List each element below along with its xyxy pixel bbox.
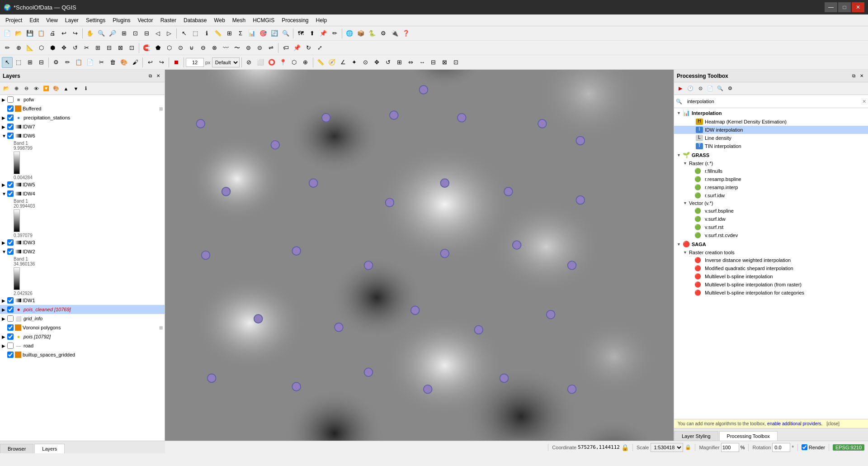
rotate2-btn[interactable]: ↺ <box>383 57 394 68</box>
copy-map-btn[interactable]: 🗺 <box>295 28 306 39</box>
format-btn[interactable]: 🎨 <box>118 57 129 68</box>
pt-float-btn[interactable]: ⧉ <box>850 72 857 80</box>
layer-info-btn[interactable]: ℹ <box>81 84 90 93</box>
checkbox-grid-info[interactable] <box>7 315 14 322</box>
offset2-btn[interactable]: ↔ <box>417 57 428 68</box>
rotation-input[interactable] <box>772 443 790 452</box>
menu-vector[interactable]: Vector <box>134 16 157 24</box>
menu-processing[interactable]: Processing <box>278 16 312 24</box>
globe-btn[interactable]: 🌐 <box>344 28 355 39</box>
rotate-label-btn[interactable]: ↻ <box>303 43 314 53</box>
tree-item-multilevel-bspline-cats[interactable]: 🔴 Multilevel b-spline interpolation for … <box>674 289 868 297</box>
layer-item-idw3[interactable]: ▶ IDW3 <box>0 238 165 247</box>
tree-item-rsurf-idw[interactable]: 🟢 r.surf.idw <box>674 191 868 200</box>
layer-item-grid-info[interactable]: ▶ ⬜ grid_info <box>0 314 165 323</box>
zoom-select-btn[interactable]: ⊟ <box>141 28 152 39</box>
add-layer-btn[interactable]: ⊕ <box>12 84 21 93</box>
coord2-btn[interactable]: ✦ <box>349 57 360 68</box>
font-size-input[interactable] <box>186 58 204 67</box>
redo2-btn[interactable]: ↪ <box>156 57 167 68</box>
simplify-btn[interactable]: 〰 <box>220 43 231 53</box>
pt-search2-btn[interactable]: 🔍 <box>716 84 725 93</box>
checkbox-pois[interactable] <box>7 333 14 340</box>
menu-layer[interactable]: Layer <box>61 16 82 24</box>
pan-btn[interactable]: ✋ <box>85 28 95 39</box>
scale-btn[interactable]: ⊞ <box>394 57 405 68</box>
layer-item-voronoi[interactable]: Voronoi polygons ⊞ <box>0 323 165 332</box>
checkbox-buffered[interactable] <box>7 105 14 112</box>
select-all-btn[interactable]: ⊞ <box>24 57 35 68</box>
tab-layer-styling[interactable]: Layer Styling <box>674 431 718 441</box>
merge-btn[interactable]: ⊞ <box>92 43 103 53</box>
layer-item-road[interactable]: ▶ — road <box>0 341 165 350</box>
checkbox-idw3[interactable] <box>7 239 14 246</box>
menu-view[interactable]: View <box>42 16 61 24</box>
ruler-btn[interactable]: 📏 <box>315 57 326 68</box>
layer-item-idw6[interactable]: ▼ IDW6 <box>0 131 165 140</box>
tree-item-mod-quad-shepard[interactable]: 🔴 Modified quadratic shepard interpolati… <box>674 264 868 272</box>
save-as-btn[interactable]: 📋 <box>36 28 47 39</box>
pt-search-input[interactable] <box>686 98 859 105</box>
pt-close-btn[interactable]: ✕ <box>858 72 865 80</box>
rotate-btn[interactable]: ↺ <box>70 43 80 53</box>
checkbox-voronoi[interactable] <box>7 324 14 331</box>
menu-settings[interactable]: Settings <box>82 16 109 24</box>
checkbox-idw2[interactable] <box>7 248 14 255</box>
buffered-settings-icon[interactable]: ⊞ <box>159 106 163 111</box>
smooth-btn[interactable]: 〜 <box>231 43 242 53</box>
zoom-in-btn[interactable]: 🔍 <box>96 28 107 39</box>
expand-idw7[interactable]: ▶ <box>2 124 7 129</box>
menu-raster[interactable]: Raster <box>157 16 180 24</box>
tree-item-vsurf-rst[interactable]: 🟢 v.surf.rst <box>674 223 868 231</box>
checkbox-idw1[interactable] <box>7 297 14 304</box>
plugin-mgr-btn[interactable]: 🔌 <box>389 28 400 39</box>
checkbox-idw4[interactable] <box>7 190 14 197</box>
draw-line-btn[interactable]: ⊘ <box>244 57 255 68</box>
delete-btn[interactable]: ✂ <box>81 43 92 53</box>
topo-btn[interactable]: ⬟ <box>152 43 163 53</box>
render-checkbox[interactable] <box>802 444 807 450</box>
measure-btn[interactable]: 📏 <box>212 28 223 39</box>
reshape-btn[interactable]: ⊠ <box>115 43 126 53</box>
expand-pois-cleaned[interactable]: ▶ <box>2 307 7 312</box>
identify-btn[interactable]: ℹ <box>201 28 212 39</box>
extract-btn[interactable]: ⊝ <box>254 43 265 53</box>
panel-float-btn[interactable]: ⧉ <box>146 72 154 80</box>
layer-item-builtup[interactable]: builtup_spaces_gridded <box>0 350 165 359</box>
print-btn[interactable]: 🖨 <box>47 28 58 39</box>
interp-btn[interactable]: ⊜ <box>243 43 254 53</box>
field-calc-btn[interactable]: ⚙ <box>51 57 61 68</box>
zoom-prev-btn[interactable]: ◁ <box>152 28 163 39</box>
checkbox-idw5[interactable] <box>7 181 14 188</box>
tree-item-line-density[interactable]: L Line density <box>674 134 868 142</box>
add-poly-btn[interactable]: ⬡ <box>36 43 47 53</box>
tree-item-heatmap[interactable]: H Heatmap (Kernel Density Estimation) <box>674 118 868 126</box>
chart-btn[interactable]: 📊 <box>246 28 257 39</box>
expand-idw4[interactable]: ▼ <box>2 191 7 196</box>
menu-project[interactable]: Project <box>2 16 26 24</box>
expand-pofw[interactable]: ▶ <box>2 97 7 102</box>
tree-item-multilevel-bspline-raster[interactable]: 🔴 Multilevel b-spline interpolation (fro… <box>674 281 868 289</box>
layer-item-buffered[interactable]: Buffered ⊞ <box>0 104 165 113</box>
angle-btn[interactable]: ∠ <box>338 57 349 68</box>
clip-btn[interactable]: ⊗ <box>209 43 220 53</box>
checkbox-pois-cleaned[interactable] <box>7 306 14 313</box>
move-btn[interactable]: ✥ <box>58 43 69 53</box>
zoom-next-btn[interactable]: ▷ <box>164 28 175 39</box>
layer-item-pois[interactable]: ▶ ● pois [10792] <box>0 332 165 341</box>
pin2-btn[interactable]: 📍 <box>278 57 288 68</box>
tree-sub-raster[interactable]: ▼ Raster (r.*) <box>674 160 868 167</box>
buffer-btn[interactable]: ⊙ <box>175 43 186 53</box>
open-project-btn[interactable]: 📂 <box>13 28 24 39</box>
new-project-btn[interactable]: 📄 <box>2 28 13 39</box>
checkbox-builtup[interactable] <box>7 352 14 358</box>
scale-lock-icon[interactable]: 🔒 <box>685 444 691 450</box>
close-button[interactable]: ✕ <box>852 2 864 12</box>
checkbox-idw7[interactable] <box>7 124 14 130</box>
paste-feat-btn[interactable]: 📋 <box>73 57 84 68</box>
layer-item-pofw[interactable]: ▶ ■ pofw <box>0 95 165 104</box>
digitize-btn[interactable]: ✏ <box>2 43 13 53</box>
select-mode-btn[interactable]: ↖ <box>2 57 13 68</box>
tree-sub-raster-creation[interactable]: ▼ Raster creation tools <box>674 249 868 256</box>
redo-btn[interactable]: ↪ <box>70 28 80 39</box>
